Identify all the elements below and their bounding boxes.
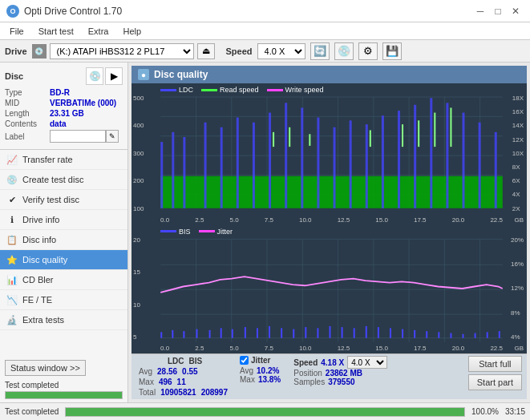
chart2-y-axis-left: 20 15 10 5 (133, 225, 140, 353)
svg-rect-63 (196, 329, 197, 337)
svg-rect-38 (273, 132, 274, 147)
disc-icon-2[interactable]: ▶ (105, 67, 123, 85)
svg-rect-84 (450, 333, 451, 337)
svg-rect-22 (253, 123, 255, 208)
legend-jitter-label: Jitter (217, 228, 233, 236)
disc-section-label: Disc (5, 71, 23, 81)
jitter-max-val: 13.8% (258, 375, 281, 384)
stats-total-ldc: 10905821 (158, 387, 199, 398)
chart-ldc: LDC Read speed Write speed (131, 83, 527, 225)
menu-help[interactable]: Help (116, 25, 148, 38)
chart1-svg (131, 83, 527, 225)
save-button[interactable]: 💾 (382, 42, 402, 60)
svg-rect-31 (398, 111, 400, 208)
type-label: Type (5, 88, 50, 97)
status-completed-text: Test completed (5, 381, 123, 390)
svg-rect-37 (495, 132, 497, 208)
menu-start-test[interactable]: Start test (32, 25, 80, 38)
nav-transfer-rate[interactable]: 📈 Transfer rate (0, 150, 127, 170)
svg-rect-68 (257, 328, 258, 337)
disc-icon-1[interactable]: 💿 (86, 67, 103, 85)
nav-extra-tests[interactable]: 🔬 Extra tests (0, 310, 127, 330)
speed-label: Speed (226, 46, 253, 56)
svg-rect-81 (414, 329, 415, 337)
speed-dropdown[interactable]: 4.0 X (347, 356, 387, 369)
nav-disc-info[interactable]: 📋 Disc info (0, 230, 127, 250)
drive-label: Drive (5, 46, 27, 56)
svg-rect-88 (499, 331, 500, 338)
svg-rect-21 (237, 118, 239, 208)
svg-rect-85 (463, 333, 464, 337)
cd-bler-icon: 📊 (6, 274, 18, 285)
chart-bis: BIS Jitter (131, 225, 527, 353)
disc-info-icon: 📋 (6, 234, 18, 245)
svg-rect-30 (382, 115, 384, 208)
type-value: BD-R (50, 88, 70, 97)
svg-rect-69 (269, 325, 270, 337)
drive-info-icon: ℹ (6, 214, 18, 225)
svg-rect-36 (479, 123, 481, 208)
close-button[interactable]: ✕ (508, 5, 524, 18)
svg-rect-77 (366, 325, 367, 337)
settings-button[interactable]: ⚙ (358, 42, 378, 60)
maximize-button[interactable]: □ (490, 5, 506, 18)
nav-label-fe-te: FE / TE (22, 295, 52, 305)
nav-drive-info[interactable]: ℹ Drive info (0, 210, 127, 230)
nav-fe-te[interactable]: 📉 FE / TE (0, 290, 127, 310)
app-title: Opti Drive Control 1.70 (24, 6, 122, 17)
nav-label-verify-test-disc: Verify test disc (22, 195, 79, 204)
menu-extra[interactable]: Extra (82, 25, 115, 38)
label-input[interactable] (50, 130, 106, 143)
svg-rect-65 (220, 328, 222, 337)
drive-select[interactable]: (K:) ATAPI iHBS312 2 PL17 (50, 43, 194, 59)
drive-bar: Drive 💿 (K:) ATAPI iHBS312 2 PL17 ⏏ Spee… (0, 40, 530, 63)
create-test-disc-icon: 💿 (6, 174, 18, 185)
svg-rect-32 (414, 105, 416, 208)
transfer-rate-icon: 📈 (6, 154, 18, 165)
minimize-button[interactable]: ─ (472, 5, 488, 18)
legend-write-speed: Write speed (267, 86, 324, 94)
start-part-button[interactable]: Start part (468, 374, 522, 390)
refresh-button[interactable]: 🔄 (310, 42, 330, 60)
title-bar: O Opti Drive Control 1.70 ─ □ ✕ (0, 0, 530, 22)
contents-label: Contents (5, 119, 50, 128)
svg-rect-40 (309, 134, 310, 146)
disc-button[interactable]: 💿 (334, 42, 354, 60)
jitter-avg-val: 10.2% (257, 366, 279, 375)
start-full-button[interactable]: Start full (468, 356, 522, 372)
samples-label: Samples (293, 378, 325, 386)
svg-rect-66 (232, 329, 233, 337)
chart1-x-axis: 0.0 2.5 5.0 7.5 10.0 12.5 15.0 17.5 20.0… (160, 216, 503, 224)
chart2-x-axis: 0.0 2.5 5.0 7.5 10.0 12.5 15.0 17.5 20.0… (160, 345, 503, 352)
progress-percent: 100.0% (471, 407, 499, 416)
status-window-button[interactable]: Status window >> (5, 360, 86, 376)
jitter-header: Jitter (251, 356, 270, 365)
nav-label-drive-info: Drive info (22, 215, 59, 224)
stats-max-ldc: 496 (156, 377, 175, 387)
bottom-bar: Test completed 100.0% 33:15 (0, 402, 530, 420)
svg-rect-18 (183, 137, 185, 208)
nav-label-extra-tests: Extra tests (22, 315, 64, 325)
svg-rect-23 (269, 113, 271, 208)
app-icon: O (6, 5, 19, 18)
nav-disc-quality[interactable]: ⭐ Disc quality (0, 250, 127, 270)
nav-label-transfer-rate: Transfer rate (22, 155, 73, 164)
svg-rect-67 (245, 327, 246, 338)
svg-rect-75 (342, 327, 343, 338)
drive-icon: 💿 (32, 44, 47, 59)
jitter-max-label: Max (240, 375, 255, 384)
nav-verify-test-disc[interactable]: ✔ Verify test disc (0, 190, 127, 210)
main-progress-bar (65, 407, 465, 417)
speed-select[interactable]: 4.0 X (257, 43, 305, 59)
label-edit-button[interactable]: ✎ (106, 130, 119, 143)
sidebar-progress-bar (5, 391, 123, 399)
svg-rect-72 (305, 327, 306, 338)
nav-cd-bler[interactable]: 📊 CD Bler (0, 270, 127, 290)
stats-total-bis: 208997 (199, 387, 230, 398)
legend-read-label: Read speed (220, 86, 259, 94)
jitter-checkbox[interactable] (240, 356, 249, 365)
menu-file[interactable]: File (3, 25, 30, 38)
position-val: 23862 MB (326, 369, 362, 378)
nav-create-test-disc[interactable]: 💿 Create test disc (0, 170, 127, 190)
eject-button[interactable]: ⏏ (197, 43, 215, 59)
